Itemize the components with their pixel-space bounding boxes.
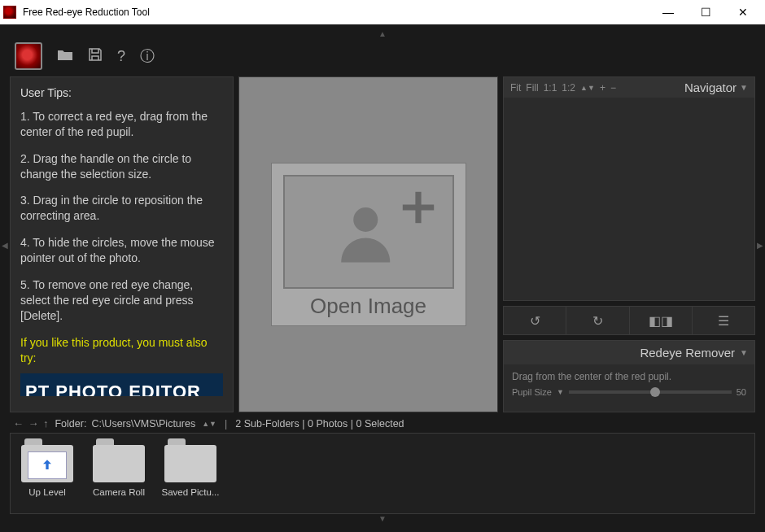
collapse-right-icon[interactable]: ▶ — [757, 240, 763, 249]
folder-icon — [93, 438, 145, 482]
app-icon — [3, 6, 16, 19]
zoom-in-icon[interactable]: + — [600, 82, 605, 94]
window-title: Free Red-eye Reduction Tool — [23, 7, 649, 18]
navigator-collapse-icon[interactable]: ▼ — [740, 83, 748, 92]
open-image-placeholder — [283, 175, 454, 289]
transform-row: ↺ ↻ ◧◨ ☰ — [503, 306, 755, 335]
tip-2: 2. Drag the handle on the circle to chan… — [20, 151, 223, 182]
back-icon[interactable]: ← — [13, 417, 24, 430]
help-icon[interactable]: ? — [117, 48, 125, 65]
folder-icon — [164, 438, 216, 482]
folder-icon — [21, 438, 73, 482]
thumb-camera-roll[interactable]: Camera Roll — [87, 438, 151, 508]
eye-logo-icon — [15, 42, 42, 70]
window-titlebar: Free Red-eye Reduction Tool — ☐ ✕ — [0, 0, 765, 24]
pupil-size-slider[interactable] — [569, 390, 732, 394]
remover-title: Redeye Remover — [640, 346, 735, 360]
maximize-button[interactable]: ☐ — [687, 0, 724, 24]
open-folder-icon[interactable] — [57, 48, 73, 65]
remover-header: Redeye Remover ▼ — [504, 341, 754, 364]
folder-bar: ← → ↑ Folder: C:\Users\VMS\Pictures ▲▼ |… — [10, 412, 755, 433]
arrow-up-icon — [39, 457, 55, 473]
thumb-label: Saved Pictu... — [162, 487, 220, 497]
app-body: ▲ ? ⓘ ◀ ▶ User Tips: 1. To correct a red… — [0, 24, 765, 532]
folder-meta: 2 Sub-Folders | 0 Photos | 0 Selected — [235, 418, 404, 430]
main-content: ◀ ▶ User Tips: 1. To correct a red eye, … — [10, 76, 755, 412]
open-image-label: Open Image — [283, 294, 454, 319]
chevron-down-icon[interactable]: ▼ — [557, 388, 564, 396]
rotate-right-icon[interactable]: ↻ — [566, 307, 629, 334]
remover-hint: Drag from the center of the red pupil. — [512, 371, 746, 382]
flip-vertical-icon[interactable]: ☰ — [693, 307, 754, 334]
scrollbar-thumb[interactable] — [754, 375, 755, 391]
rotate-left-icon[interactable]: ↺ — [504, 307, 566, 334]
tips-panel: User Tips: 1. To correct a red eye, drag… — [10, 76, 234, 412]
promo-text: If you like this product, you must also … — [20, 335, 223, 366]
flip-horizontal-icon[interactable]: ◧◨ — [630, 307, 693, 334]
svg-point-0 — [353, 207, 378, 232]
zoom-controls: Fit Fill 1:1 1:2 ▲▼ + − — [510, 82, 616, 94]
remover-collapse-icon[interactable]: ▼ — [740, 348, 748, 357]
tip-1: 1. To correct a red eye, drag from the c… — [20, 109, 223, 140]
minimize-button[interactable]: — — [649, 0, 687, 24]
zoom-updown-icon[interactable]: ▲▼ — [580, 84, 595, 92]
tip-4: 4. To hide the circles, move the mouse p… — [20, 235, 223, 266]
plus-icon — [399, 188, 438, 227]
collapse-left-icon[interactable]: ◀ — [2, 240, 8, 249]
save-icon[interactable] — [88, 47, 103, 66]
zoom-fill[interactable]: Fill — [526, 82, 538, 94]
tips-heading: User Tips: — [20, 85, 223, 101]
folder-path-dropdown-icon[interactable]: ▲▼ — [202, 420, 216, 428]
promo-banner[interactable]: PT PHOTO EDITOR — [20, 373, 223, 396]
image-canvas[interactable]: Open Image — [238, 76, 498, 412]
collapse-top-icon[interactable]: ▲ — [10, 29, 755, 37]
forward-icon[interactable]: → — [28, 417, 38, 430]
navigator-header: Fit Fill 1:1 1:2 ▲▼ + − Navigator ▼ — [504, 77, 754, 98]
tip-3: 3. Drag in the circle to reposition the … — [20, 193, 223, 224]
collapse-bottom-icon[interactable]: ▼ — [10, 514, 755, 522]
remover-body: Drag from the center of the red pupil. P… — [504, 364, 754, 403]
thumbnail-strip: Up Level Camera Roll Saved Pictu... — [10, 433, 755, 514]
zoom-1-1[interactable]: 1:1 — [544, 82, 557, 94]
pupil-size-row: Pupil Size ▼ 50 — [512, 387, 746, 397]
folder-nav-arrows: ← → ↑ — [13, 417, 50, 430]
close-button[interactable]: ✕ — [724, 0, 762, 24]
person-icon — [332, 195, 405, 268]
zoom-fit[interactable]: Fit — [510, 82, 521, 94]
up-icon[interactable]: ↑ — [43, 417, 49, 430]
zoom-1-2[interactable]: 1:2 — [562, 82, 575, 94]
navigator-panel: Fit Fill 1:1 1:2 ▲▼ + − Navigator ▼ — [503, 76, 755, 301]
info-icon[interactable]: ⓘ — [140, 46, 155, 66]
pupil-size-value: 50 — [737, 387, 746, 397]
thumb-label: Camera Roll — [93, 487, 145, 497]
right-panel: Fit Fill 1:1 1:2 ▲▼ + − Navigator ▼ ↺ ↻ — [503, 76, 755, 412]
folder-path[interactable]: C:\Users\VMS\Pictures — [91, 418, 195, 430]
slider-thumb[interactable] — [650, 387, 660, 397]
navigator-title: Navigator — [684, 81, 737, 94]
main-toolbar: ? ⓘ — [10, 37, 755, 76]
redeye-remover-panel: Redeye Remover ▼ Drag from the center of… — [503, 340, 755, 412]
pupil-size-label: Pupil Size — [512, 387, 552, 397]
zoom-out-icon[interactable]: − — [610, 82, 616, 94]
folder-label: Folder: — [55, 418, 86, 430]
thumb-label: Up Level — [28, 487, 65, 497]
tip-5: 5. To remove one red eye change, select … — [20, 277, 223, 324]
open-image-card[interactable]: Open Image — [271, 163, 466, 326]
thumb-up-level[interactable]: Up Level — [15, 438, 79, 508]
thumb-saved-pictures[interactable]: Saved Pictu... — [159, 438, 222, 508]
